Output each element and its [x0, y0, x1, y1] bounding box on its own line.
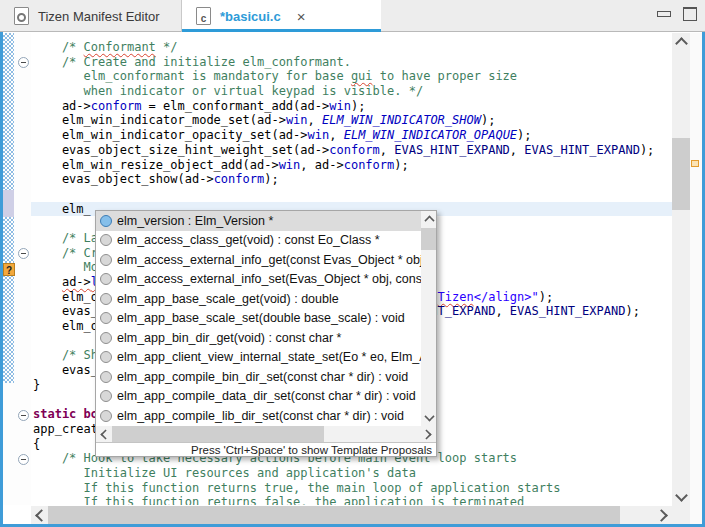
fold-collapse-icon[interactable] — [18, 57, 29, 68]
code-line: elm_win_indicator_mode_set(ad->win, ELM_… — [31, 113, 672, 128]
scroll-down-icon[interactable] — [424, 411, 434, 421]
proposal-label: elm_app_base_scale_get(void) : double — [117, 292, 339, 306]
proposal-item[interactable]: elm_app_base_scale_get(void) : double — [96, 289, 421, 309]
annotation-ruler: ? — [3, 33, 31, 505]
scroll-right-icon[interactable] — [421, 429, 431, 439]
close-tab-icon[interactable]: × — [297, 9, 306, 24]
proposal-kind-icon — [100, 312, 112, 324]
maximize-icon[interactable] — [683, 7, 697, 21]
view-controls — [657, 7, 697, 21]
code-line: /* Conformant */ — [31, 40, 672, 55]
scrollbar-corner — [672, 506, 690, 524]
popup-vertical-scroll-thumb[interactable] — [421, 228, 436, 250]
proposal-kind-icon — [100, 410, 112, 422]
tab-tizen-manifest-editor[interactable]: Tizen Manifest Editor — [0, 0, 182, 32]
proposal-label: elm_access_class_get(void) : const Eo_Cl… — [117, 233, 380, 247]
code-line: elm_win_indicator_opacity_set(ad->win, E… — [31, 128, 672, 143]
horizontal-scroll-thumb[interactable] — [48, 506, 620, 524]
proposal-kind-icon — [100, 215, 112, 227]
proposal-item[interactable]: elm_app_bin_dir_get(void) : const char * — [96, 328, 421, 348]
proposal-item[interactable]: elm_app_compile_data_dir_set(const char … — [96, 387, 421, 407]
proposal-item[interactable]: elm_app_compile_lib_dir_set(const char *… — [96, 406, 421, 426]
proposal-kind-icon — [100, 371, 112, 383]
fold-collapse-icon[interactable] — [18, 410, 29, 421]
code-line: /* Create and initialize elm_conformant. — [31, 55, 672, 70]
tab-basicui-c[interactable]: c *basicui.c × — [182, 0, 381, 32]
scroll-down-icon[interactable] — [675, 489, 688, 502]
code-line: If this function returns false, the appl… — [31, 495, 672, 505]
tab-label: *basicui.c — [220, 9, 281, 24]
manifest-file-gear-icon — [14, 7, 29, 25]
code-line: elm_win_resize_object_add(ad->win, ad->c… — [31, 158, 672, 173]
code-line: ad->conform = elm_conformant_add(ad->win… — [31, 99, 672, 114]
proposal-item[interactable]: elm_app_compile_bin_dir_set(const char *… — [96, 367, 421, 387]
proposal-label: elm_version : Elm_Version * — [117, 214, 273, 228]
proposal-item[interactable]: elm_app_client_view_internal_state_set(E… — [96, 348, 421, 368]
proposal-label: elm_app_client_view_internal_state_set(E… — [117, 350, 421, 364]
proposal-label: elm_app_bin_dir_get(void) : const char * — [117, 331, 341, 345]
scroll-left-icon[interactable] — [35, 509, 48, 522]
proposal-label: elm_app_compile_bin_dir_set(const char *… — [117, 370, 408, 384]
proposal-list: elm_version : Elm_Version *elm_access_cl… — [96, 211, 421, 426]
popup-horizontal-scroll-thumb[interactable] — [112, 426, 324, 442]
code-line: evas_object_show(ad->conform); — [31, 172, 672, 187]
proposal-label: elm_app_compile_lib_dir_set(const char *… — [117, 409, 404, 423]
proposal-label: elm_access_external_info_get(const Evas_… — [117, 253, 421, 267]
vertical-scroll-thumb[interactable] — [672, 138, 690, 210]
proposal-item[interactable]: elm_access_external_info_set(Evas_Object… — [96, 270, 421, 290]
proposal-kind-icon — [100, 273, 112, 285]
scroll-up-icon[interactable] — [424, 215, 434, 225]
proposal-kind-icon — [100, 293, 112, 305]
scroll-right-icon[interactable] — [655, 509, 668, 522]
active-tab-underline — [182, 29, 381, 32]
overview-ruler — [690, 33, 702, 524]
tizen-studio-editor: Tizen Manifest Editor c *basicui.c × ? /… — [0, 0, 705, 527]
minimize-icon[interactable] — [657, 11, 671, 17]
editor-horizontal-scrollbar[interactable] — [31, 506, 672, 524]
editor-tab-bar: Tizen Manifest Editor c *basicui.c × — [0, 0, 705, 32]
proposal-label: elm_access_external_info_set(Evas_Object… — [117, 272, 421, 286]
popup-vertical-scrollbar[interactable] — [421, 211, 436, 426]
code-line: when indicator or virtual keypad is visi… — [31, 84, 672, 99]
proposal-item[interactable]: elm_version : Elm_Version * — [96, 211, 421, 231]
help-annotation-icon[interactable]: ? — [3, 263, 15, 276]
proposal-item[interactable]: elm_access_class_get(void) : const Eo_Cl… — [96, 231, 421, 251]
scroll-up-icon[interactable] — [675, 37, 688, 50]
proposal-kind-icon — [100, 351, 112, 363]
quick-diff-change-bar — [3, 190, 14, 217]
fold-collapse-icon[interactable] — [18, 248, 29, 259]
proposal-kind-icon — [100, 234, 112, 246]
popup-horizontal-scrollbar[interactable] — [96, 426, 436, 442]
editor-vertical-scrollbar[interactable] — [672, 33, 690, 506]
proposal-item[interactable]: elm_access_external_info_get(const Evas_… — [96, 250, 421, 270]
code-line: If this function returns true, the main … — [31, 481, 672, 496]
code-line: evas_object_size_hint_weight_set(ad->con… — [31, 143, 672, 158]
scroll-left-icon[interactable] — [100, 429, 110, 439]
tab-label: Tizen Manifest Editor — [38, 9, 160, 24]
content-assist-popup: elm_version : Elm_Version *elm_access_cl… — [95, 210, 437, 457]
proposal-kind-icon — [100, 254, 112, 266]
proposal-kind-icon — [100, 332, 112, 344]
code-line — [31, 187, 672, 202]
proposal-item[interactable]: elm_app_base_scale_set(double base_scale… — [96, 309, 421, 329]
code-line: Initialize UI resources and application'… — [31, 466, 672, 481]
code-line: elm_conformant is mandatory for base gui… — [31, 69, 672, 84]
fold-collapse-icon[interactable] — [18, 454, 29, 465]
warning-marker[interactable] — [691, 160, 699, 167]
c-source-file-icon: c — [196, 7, 211, 25]
proposal-label: elm_app_base_scale_set(double base_scale… — [117, 311, 405, 325]
proposal-kind-icon — [100, 390, 112, 402]
proposal-label: elm_app_compile_data_dir_set(const char … — [117, 389, 416, 403]
template-proposals-hint: Press 'Ctrl+Space' to show Template Prop… — [96, 442, 436, 456]
